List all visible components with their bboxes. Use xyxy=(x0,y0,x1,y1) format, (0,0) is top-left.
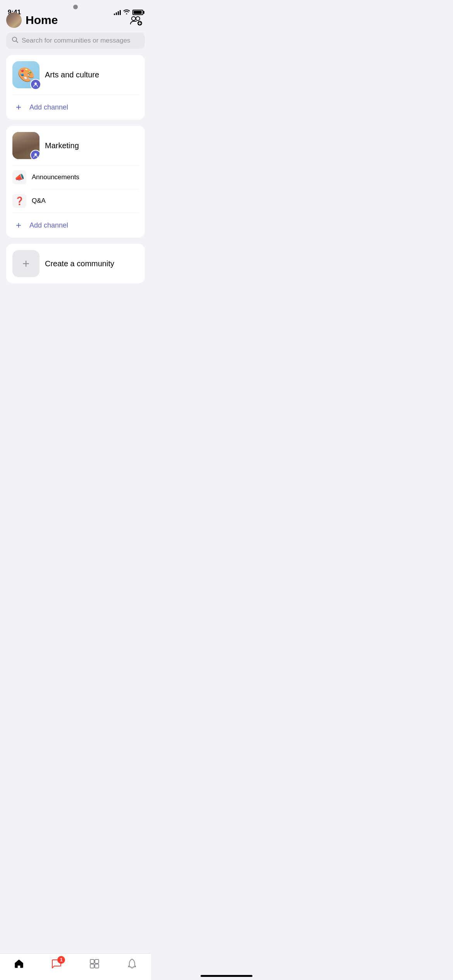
create-group-button[interactable] xyxy=(129,13,143,27)
create-community-label: Create a community xyxy=(45,259,114,268)
community-badge-marketing xyxy=(30,150,39,159)
add-channel-marketing[interactable]: + Add channel xyxy=(6,213,145,238)
create-plus-box: + xyxy=(12,250,39,277)
avatar[interactable] xyxy=(6,12,22,28)
add-channel-label-marketing: Add channel xyxy=(29,221,68,230)
notch-dot xyxy=(73,5,78,9)
header-left: Home xyxy=(6,12,58,28)
signal-icon xyxy=(114,10,121,15)
channel-name-qa: Q&A xyxy=(32,197,46,205)
channel-announcements[interactable]: 📣 Announcements xyxy=(6,166,145,189)
content-area: 🎨 Arts and culture + Add channel xyxy=(0,55,151,283)
page-title: Home xyxy=(26,14,58,27)
community-header-arts: 🎨 Arts and culture xyxy=(6,55,145,94)
community-card-marketing[interactable]: Marketing 📣 Announcements ❓ Q&A + Add ch… xyxy=(6,126,145,238)
svg-point-1 xyxy=(136,17,140,21)
community-logo-marketing xyxy=(12,132,39,159)
community-name-marketing: Marketing xyxy=(45,141,79,150)
community-header-marketing: Marketing xyxy=(6,126,145,165)
svg-point-7 xyxy=(34,82,37,85)
svg-line-6 xyxy=(16,41,18,43)
create-community-card[interactable]: + Create a community xyxy=(6,244,145,283)
community-badge-arts xyxy=(30,79,41,90)
community-card-arts[interactable]: 🎨 Arts and culture + Add channel xyxy=(6,55,145,120)
add-channel-label-arts: Add channel xyxy=(29,103,68,111)
search-container: Search for communities or messages xyxy=(0,33,151,55)
create-plus-icon: + xyxy=(22,257,30,271)
qa-icon: ❓ xyxy=(12,194,26,208)
announcements-icon: 📣 xyxy=(12,170,26,184)
battery-icon xyxy=(132,10,143,15)
status-icons xyxy=(114,9,143,16)
community-logo-arts: 🎨 xyxy=(12,61,39,88)
channel-qa[interactable]: ❓ Q&A xyxy=(6,189,145,212)
svg-point-8 xyxy=(34,153,37,156)
community-name-arts: Arts and culture xyxy=(45,70,99,79)
add-channel-plus-icon-marketing: + xyxy=(12,219,25,231)
channel-name-announcements: Announcements xyxy=(32,173,79,181)
search-placeholder: Search for communities or messages xyxy=(22,37,130,45)
svg-point-0 xyxy=(132,17,136,21)
search-bar[interactable]: Search for communities or messages xyxy=(6,33,145,49)
search-icon xyxy=(12,36,19,45)
add-channel-arts[interactable]: + Add channel xyxy=(6,95,145,120)
add-channel-plus-icon: + xyxy=(12,101,25,113)
